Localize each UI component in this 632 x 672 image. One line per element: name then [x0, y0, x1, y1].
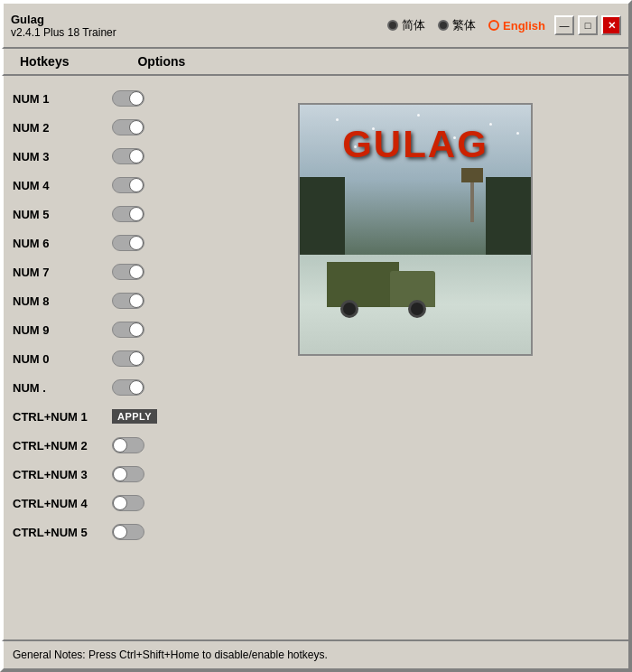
hotkey-row-6: NUM 7 — [13, 258, 211, 285]
truck — [327, 255, 435, 318]
toggle-9[interactable] — [112, 350, 144, 367]
toggle-6[interactable] — [112, 264, 144, 280]
apply-button[interactable]: APPLY — [112, 409, 157, 424]
hotkey-row-7: NUM 8 — [13, 287, 211, 314]
truck-wheel-left — [340, 300, 358, 318]
hotkey-label-13: CTRL+NUM 3 — [13, 468, 112, 481]
toggle-7[interactable] — [112, 293, 144, 309]
hotkey-label-14: CTRL+NUM 4 — [13, 497, 112, 510]
hotkey-label-11: CTRL+NUM 1 — [13, 410, 112, 424]
game-title: Gulag — [11, 13, 116, 26]
snow-5 — [489, 123, 492, 126]
menubar: Hotkeys Options — [2, 49, 630, 76]
hotkey-label-15: CTRL+NUM 5 — [13, 526, 112, 539]
game-version: v2.4.1 Plus 18 Trainer — [11, 26, 116, 39]
toggle-13[interactable] — [112, 466, 144, 482]
hotkey-row-4: NUM 5 — [13, 201, 211, 228]
toggle-1[interactable] — [112, 119, 144, 135]
hotkeys-list: NUM 1NUM 2NUM 3NUM 4NUM 5NUM 6NUM 7NUM 8… — [13, 85, 211, 546]
tower-top — [461, 168, 483, 182]
right-panel: GULAG — [211, 85, 619, 630]
hotkey-row-3: NUM 4 — [13, 172, 211, 199]
radio-traditional — [438, 20, 449, 31]
main-content: NUM 1NUM 2NUM 3NUM 4NUM 5NUM 6NUM 7NUM 8… — [2, 76, 630, 641]
toggle-3[interactable] — [112, 177, 144, 193]
minimize-button[interactable]: — — [554, 15, 574, 35]
radio-simplified — [387, 20, 398, 31]
hotkey-label-8: NUM 9 — [13, 323, 112, 337]
hotkey-label-1: NUM 2 — [13, 121, 112, 135]
hotkey-label-2: NUM 3 — [13, 150, 112, 163]
titlebar: Gulag v2.4.1 Plus 18 Trainer 简体 繁体 Engli… — [2, 2, 630, 49]
hotkey-row-14: CTRL+NUM 4 — [13, 490, 211, 517]
language-options: 简体 繁体 English — [387, 17, 545, 33]
hotkey-label-6: NUM 7 — [13, 266, 112, 279]
toggle-15[interactable] — [112, 524, 144, 540]
toggle-8[interactable] — [112, 322, 144, 338]
toggle-5[interactable] — [112, 235, 144, 251]
menu-options[interactable]: Options — [130, 52, 192, 70]
snow-8 — [516, 132, 519, 135]
hotkey-label-3: NUM 4 — [13, 179, 112, 192]
toggle-14[interactable] — [112, 495, 144, 511]
hotkey-row-13: CTRL+NUM 3 — [13, 461, 211, 488]
game-image: GULAG — [298, 103, 533, 356]
toggle-4[interactable] — [112, 206, 144, 222]
hotkey-label-0: NUM 1 — [13, 92, 112, 106]
lang-english[interactable]: English — [488, 19, 545, 33]
hotkey-row-1: NUM 2 — [13, 114, 211, 141]
hotkey-row-0: NUM 1 — [13, 85, 211, 112]
hotkey-label-12: CTRL+NUM 2 — [13, 439, 112, 453]
hotkey-label-4: NUM 5 — [13, 208, 112, 221]
hotkeys-panel: NUM 1NUM 2NUM 3NUM 4NUM 5NUM 6NUM 7NUM 8… — [13, 85, 211, 630]
menu-hotkeys[interactable]: Hotkeys — [13, 52, 76, 70]
hotkey-row-12: CTRL+NUM 2 — [13, 432, 211, 459]
toggle-2[interactable] — [112, 148, 144, 164]
tower-pole — [470, 182, 474, 222]
radio-english — [488, 20, 499, 31]
title-text: Gulag v2.4.1 Plus 18 Trainer — [11, 13, 116, 39]
close-button[interactable]: ✕ — [601, 15, 621, 35]
toggle-12[interactable] — [112, 437, 144, 453]
toggle-0[interactable] — [112, 90, 144, 107]
bottombar: General Notes: Press Ctrl+Shift+Home to … — [2, 641, 630, 670]
lang-traditional[interactable]: 繁体 — [438, 17, 476, 33]
bottom-note: General Notes: Press Ctrl+Shift+Home to … — [13, 649, 328, 661]
snow-3 — [417, 114, 420, 117]
hotkey-row-5: NUM 6 — [13, 229, 211, 257]
hotkey-row-15: CTRL+NUM 5 — [13, 518, 211, 546]
app-window: Gulag v2.4.1 Plus 18 Trainer 简体 繁体 Engli… — [0, 0, 632, 672]
hotkey-label-9: NUM 0 — [13, 352, 112, 366]
lang-simplified[interactable]: 简体 — [387, 17, 425, 33]
truck-body — [327, 262, 399, 307]
hotkey-row-9: NUM 0 — [13, 345, 211, 372]
watchtower — [463, 168, 481, 222]
game-title-overlay: GULAG — [342, 123, 488, 166]
hotkey-row-11: CTRL+NUM 1APPLY — [13, 403, 211, 430]
hotkey-row-2: NUM 3 — [13, 143, 211, 170]
snow-1 — [336, 118, 339, 121]
hotkey-label-5: NUM 6 — [13, 237, 112, 250]
hotkey-label-10: NUM . — [13, 381, 112, 395]
hotkey-label-7: NUM 8 — [13, 294, 112, 308]
window-controls: — □ ✕ — [554, 15, 621, 35]
toggle-10[interactable] — [112, 379, 144, 396]
truck-wheel-right — [408, 300, 426, 318]
hotkey-row-8: NUM 9 — [13, 316, 211, 343]
maximize-button[interactable]: □ — [578, 15, 598, 35]
hotkey-row-10: NUM . — [13, 374, 211, 401]
